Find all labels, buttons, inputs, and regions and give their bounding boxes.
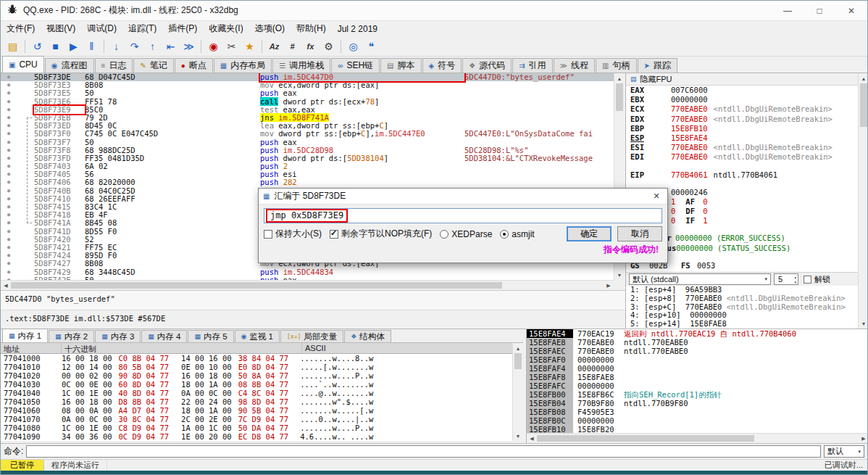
breakpoint-dot-icon[interactable]: ● [1, 162, 34, 170]
bottom-tab-mem5[interactable]: ▦内存 5 [188, 330, 233, 342]
register-row[interactable]: EIP770B4061ntdll.770B4061 [626, 170, 858, 180]
patches-icon[interactable]: ◉ [205, 38, 222, 54]
arg-count-stepper[interactable]: 5 ▴▾ [774, 273, 798, 285]
stack-row[interactable]: 15E8FAF400000000 [527, 364, 868, 373]
scroll-right-icon[interactable]: ▶ [604, 281, 614, 290]
unlock-checkbox[interactable]: 解锁 [804, 274, 830, 285]
scroll-left-icon[interactable]: ◀ [527, 434, 537, 443]
tab-symbols[interactable]: ◈符号 [422, 58, 462, 73]
breakpoint-dot-icon[interactable]: ● [1, 219, 34, 227]
stack-row[interactable]: 15E8FB0C00000000 [527, 416, 868, 425]
step-into-icon[interactable]: ↓ [108, 38, 125, 54]
stack-row[interactable]: 15E8FAE8770EABE0ntdll.770EABE0 [527, 338, 868, 347]
breakpoint-dot-icon[interactable]: ● [1, 203, 34, 211]
scroll-thumb[interactable] [860, 83, 867, 127]
stack-row[interactable]: 15E8FB1015E8FB20 [527, 425, 868, 433]
tab-references[interactable]: ⇉引用 [512, 58, 552, 73]
breakpoint-dot-icon[interactable]: ● [1, 252, 34, 260]
animate-icon[interactable]: ≫ [180, 38, 197, 54]
xedparse-radio[interactable]: XEDParse [440, 229, 492, 239]
breakpoint-dot-icon[interactable]: ● [1, 130, 34, 138]
scissors-icon[interactable]: ✂ [223, 38, 240, 54]
calling-convention-select[interactable]: 默认 (stdcall) ▾ [629, 273, 771, 285]
scroll-up-icon[interactable]: ▲ [614, 73, 625, 83]
scroll-down-icon[interactable]: ▼ [513, 431, 523, 441]
dump-row[interactable]: 770410401C 00 1E 0040 8D 04 770A 00 0C 0… [1, 389, 512, 397]
register-row[interactable]: EDI770EABE0<ntdll.DbgUiRemoteBreakin> [626, 152, 858, 162]
dump-row[interactable]: 7704105016 00 18 00D8 8B 04 7722 00 24 0… [1, 397, 512, 406]
breakpoint-dot-icon[interactable]: ● [1, 228, 34, 236]
dump-row[interactable]: 7704106008 00 0A 00A4 D7 04 7718 00 1A 0… [1, 406, 512, 415]
dump-row[interactable]: 770410801C 00 1E 00C8 D9 04 771A 00 1C 0… [1, 424, 512, 432]
stepper-arrows-icon[interactable]: ▴▾ [794, 275, 796, 284]
cancel-button[interactable]: 取消 [617, 226, 662, 241]
stack-row[interactable]: 15E8FAE4770EAC19返回到 ntdll.770EAC19 自 ntd… [527, 329, 868, 338]
assembly-input[interactable]: jmp 0x5D8F73E9 [264, 208, 662, 223]
menu-item-2[interactable]: 调试(D) [81, 21, 122, 36]
breakpoint-dot-icon[interactable]: ● [1, 81, 34, 89]
breakpoint-dot-icon[interactable]: ● [1, 187, 34, 195]
stack-row[interactable]: 15E8FAF000000000 [527, 355, 868, 364]
run-icon[interactable]: ▶ [65, 38, 82, 54]
minimize-button[interactable]: — [772, 1, 804, 20]
scroll-down-icon[interactable]: ▼ [859, 318, 868, 329]
dump-row[interactable]: 770410300C 00 0E 0060 8D 04 7718 00 1A 0… [1, 380, 512, 389]
breakpoint-dot-icon[interactable]: ● [1, 89, 34, 97]
scroll-up-icon[interactable]: ▲ [859, 73, 868, 83]
fpu-toggle-bar[interactable]: ▤ 隐藏FPU [626, 73, 858, 86]
bottom-tab-mem2[interactable]: ▦内存 2 [49, 330, 94, 342]
scroll-thumb[interactable] [616, 83, 623, 111]
breakpoint-dot-icon[interactable]: ● [1, 260, 34, 268]
breakpoint-dot-icon[interactable]: ● [1, 154, 34, 162]
register-row[interactable]: EBX00000000 [626, 95, 858, 104]
scroll-down-icon[interactable]: ▼ [614, 270, 625, 280]
tab-trace[interactable]: ➤跟踪 [638, 58, 677, 73]
breakpoint-dot-icon[interactable]: ● [1, 268, 34, 276]
dump-vscrollbar[interactable]: ▲ ▼ [512, 342, 523, 441]
bottom-tab-struct[interactable]: ❖结构体 [344, 330, 391, 342]
dialog-close-icon[interactable]: ✕ [646, 189, 667, 204]
stack-row[interactable]: 15E8FAFC00000000 [527, 381, 868, 390]
restart-icon[interactable]: ↺ [29, 38, 46, 54]
stack-hscrollbar[interactable]: ◀ ▶ [526, 433, 868, 443]
step-over-icon[interactable]: ↷ [126, 38, 143, 54]
menu-item-7[interactable]: 帮助(H) [291, 21, 332, 36]
tab-seh[interactable]: ∞SEH链 [331, 58, 380, 73]
maximize-button[interactable]: □ [804, 1, 835, 20]
menu-item-3[interactable]: 追踪(T) [122, 21, 162, 36]
disasm-row[interactable]: ●5D8F73F0C745 0C E047C45Dmov dword ptr s… [1, 130, 614, 138]
tab-handles[interactable]: ▥句柄 [596, 58, 636, 73]
run-to-return-icon[interactable]: ⇤ [162, 38, 179, 54]
menu-item-6[interactable]: 选项(O) [249, 21, 291, 36]
breakpoint-dot-icon[interactable]: ● [1, 98, 34, 106]
breakpoint-dot-icon[interactable]: ● [1, 139, 34, 146]
stack-row[interactable]: 15E8FAF815E8FAE8 [527, 373, 868, 381]
ok-button[interactable]: 确定 [567, 226, 612, 241]
dump-row[interactable]: 7704100016 00 18 00C0 8B 04 7714 00 16 0… [1, 354, 512, 363]
dialog-title-bar[interactable]: ▦ 汇编于 5D8F73DE ✕ [259, 189, 667, 205]
stack-row[interactable]: 15E8FAEC770EABE0ntdll.770EABE0 [527, 347, 868, 355]
scroll-right-icon[interactable]: ▶ [859, 434, 868, 443]
hash-icon[interactable]: # [284, 38, 301, 54]
scroll-thumb[interactable] [537, 435, 754, 442]
stack-row[interactable]: 15E8FB04770B9F80ntdll.770B9F80 [527, 399, 868, 408]
fx-icon[interactable]: fx [302, 38, 319, 54]
gear-icon[interactable]: ⚙ [320, 38, 337, 54]
register-row[interactable]: ESP15E8FAE4 [626, 133, 858, 143]
tab-call-stack[interactable]: ☰调用堆栈 [272, 58, 330, 73]
disasm-hscrollbar[interactable]: ◀ ▶ [1, 280, 614, 290]
tab-graph[interactable]: ◉流程图 [45, 58, 94, 73]
pause-icon[interactable]: ‖ [83, 38, 100, 54]
bottom-tab-mem4[interactable]: ▦内存 4 [141, 330, 187, 342]
bottom-tab-mem1[interactable]: ▦内存 1 [2, 329, 48, 342]
command-input[interactable] [26, 445, 821, 458]
register-row[interactable]: EBP15E8FB10 [626, 124, 858, 133]
stack-row[interactable]: 15E8FB08F45905E3 [527, 408, 868, 416]
stop-icon[interactable]: ■ [47, 38, 64, 54]
menu-item-8[interactable]: Jul 2 2019 [332, 22, 383, 36]
dump-row[interactable]: 770410700A 00 0C 0030 8C 04 772C 00 2E 0… [1, 415, 512, 424]
nop-fill-checkbox[interactable]: 剩余字节以NOP填充(F) [330, 228, 432, 240]
stack-row[interactable]: 15E8FB0015E8FB6C指向SEH_Record[1]的指针 [527, 390, 868, 399]
breakpoint-dot-icon[interactable]: ● [1, 211, 34, 219]
register-row[interactable]: EAX007C6000 [626, 86, 858, 95]
